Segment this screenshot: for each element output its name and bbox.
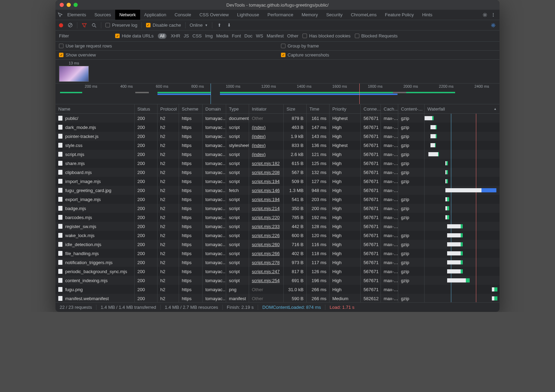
initiator-link[interactable]: script.mjs:208 xyxy=(252,170,280,175)
network-settings-icon[interactable] xyxy=(490,23,496,28)
table-row[interactable]: share.mjs200h2httpstomayac…scriptscript.… xyxy=(56,159,500,168)
column-header-scheme[interactable]: Scheme xyxy=(179,104,203,113)
table-row[interactable]: import_image.mjs200h2httpstomayac…script… xyxy=(56,177,500,186)
table-row[interactable]: file_handling.mjs200h2httpstomayac…scrip… xyxy=(56,249,500,258)
capture-screenshots-checkbox[interactable]: Capture screenshots xyxy=(281,52,329,58)
initiator-link[interactable]: script.mjs:266 xyxy=(252,251,280,256)
column-header-protocol[interactable]: Protocol xyxy=(157,104,179,113)
record-button[interactable] xyxy=(59,23,63,27)
tab-security[interactable]: Security xyxy=(322,10,347,20)
table-row[interactable]: fugu.png200h2httpstomayac…pngOther31.0 k… xyxy=(56,285,500,294)
table-row[interactable]: public/200h2httpstomayac…documentOther87… xyxy=(56,114,500,123)
initiator-link[interactable]: (index) xyxy=(252,143,266,148)
table-row[interactable]: content_indexing.mjs200h2httpstomayac…sc… xyxy=(56,276,500,285)
column-header-conne-[interactable]: Conne… xyxy=(361,104,381,113)
column-header-priority[interactable]: Priority xyxy=(330,104,361,113)
filter-type-font[interactable]: Font xyxy=(232,33,241,38)
group-by-frame-checkbox[interactable]: Group by frame xyxy=(281,43,319,49)
table-row[interactable]: barcodes.mjs200h2httpstomayac…scriptscri… xyxy=(56,213,500,222)
initiator-link[interactable]: script.mjs:194 xyxy=(252,179,280,184)
tab-application[interactable]: Application xyxy=(140,10,171,20)
timeline-overview[interactable]: 200 ms400 ms600 ms800 ms1000 ms1200 ms14… xyxy=(56,84,500,104)
initiator-link[interactable]: script.mjs:182 xyxy=(252,161,280,166)
table-row[interactable]: wake_lock.mjs200h2httpstomayac…scriptscr… xyxy=(56,231,500,240)
initiator-link[interactable]: (index) xyxy=(252,134,266,139)
table-row[interactable]: manifest.webmanifest200h2httpstomayac…ma… xyxy=(56,294,500,302)
throttling-select[interactable]: Online ▼ xyxy=(190,23,208,28)
tab-memory[interactable]: Memory xyxy=(297,10,322,20)
filter-input[interactable]: Filter xyxy=(59,33,111,38)
use-large-rows-checkbox[interactable]: Use large request rows xyxy=(59,43,112,49)
filter-type-other[interactable]: Other xyxy=(287,33,299,38)
more-icon[interactable] xyxy=(489,11,497,19)
table-row[interactable]: clipboard.mjs200h2httpstomayac…scriptscr… xyxy=(56,168,500,177)
clear-icon[interactable] xyxy=(67,23,73,28)
filter-type-css[interactable]: CSS xyxy=(193,33,202,38)
show-overview-checkbox[interactable]: Show overview xyxy=(59,52,96,58)
disable-cache-checkbox[interactable]: Disable cache xyxy=(146,23,181,28)
filter-icon[interactable] xyxy=(82,23,87,28)
column-header-time[interactable]: Time xyxy=(307,104,330,113)
column-header-status[interactable]: Status xyxy=(135,104,157,113)
screenshot-thumbnail[interactable] xyxy=(59,66,89,82)
table-row[interactable]: idle_detection.mjs200h2httpstomayac…scri… xyxy=(56,240,500,249)
initiator-link[interactable]: script.mjs:260 xyxy=(252,242,280,247)
filter-type-manifest[interactable]: Manifest xyxy=(267,33,284,38)
tab-hints[interactable]: Hints xyxy=(418,10,437,20)
column-header-initiator[interactable]: Initiator xyxy=(249,104,284,113)
initiator-link[interactable]: script.mjs:226 xyxy=(252,233,280,238)
table-row[interactable]: fugu_greeting_card.jpg200h2httpstomayac…… xyxy=(56,186,500,195)
tab-console[interactable]: Console xyxy=(170,10,195,20)
upload-har-icon[interactable]: ⬆ xyxy=(216,23,222,28)
column-header-cach-[interactable]: Cach… xyxy=(381,104,398,113)
column-header-content-[interactable]: Content-… xyxy=(398,104,425,113)
column-header-domain[interactable]: Domain xyxy=(203,104,226,113)
initiator-link[interactable]: script.mjs:233 xyxy=(252,224,280,229)
tab-feature-policy[interactable]: Feature Policy xyxy=(381,10,418,20)
tab-lighthouse[interactable]: Lighthouse xyxy=(233,10,263,20)
initiator-link[interactable]: (index) xyxy=(252,125,266,130)
table-body[interactable]: public/200h2httpstomayac…documentOther87… xyxy=(56,114,500,302)
filter-type-xhr[interactable]: XHR xyxy=(171,33,180,38)
initiator-link[interactable]: script.mjs:194 xyxy=(252,197,280,202)
filter-type-doc[interactable]: Doc xyxy=(245,33,253,38)
column-header-waterfall[interactable]: Waterfall▲ xyxy=(425,104,500,113)
settings-icon[interactable] xyxy=(481,11,489,19)
initiator-link[interactable]: (index) xyxy=(252,152,266,157)
filter-type-js[interactable]: JS xyxy=(184,33,189,38)
blocked-requests-checkbox[interactable]: Blocked Requests xyxy=(355,33,398,38)
table-row[interactable]: notification_triggers.mjs200h2httpstomay… xyxy=(56,258,500,267)
table-row[interactable]: style.css200h2httpstomayac…stylesheet(in… xyxy=(56,141,500,150)
tab-network[interactable]: Network xyxy=(115,10,140,20)
has-blocked-cookies-checkbox[interactable]: Has blocked cookies xyxy=(302,33,350,38)
tab-chromelens[interactable]: ChromeLens xyxy=(347,10,381,20)
search-icon[interactable] xyxy=(91,23,97,28)
filter-type-media[interactable]: Media xyxy=(216,33,228,38)
filter-all-pill[interactable]: All xyxy=(158,33,166,39)
initiator-link[interactable]: script.mjs:146 xyxy=(252,188,280,193)
table-row[interactable]: pointer-tracker.js200h2httpstomayac…scri… xyxy=(56,132,500,141)
tab-elements[interactable]: Elements xyxy=(63,10,90,20)
table-row[interactable]: export_image.mjs200h2httpstomayac…script… xyxy=(56,195,500,204)
tab-sources[interactable]: Sources xyxy=(90,10,115,20)
tab-performance[interactable]: Performance xyxy=(263,10,297,20)
column-header-type[interactable]: Type xyxy=(226,104,249,113)
table-row[interactable]: periodic_background_sync.mjs200h2httpsto… xyxy=(56,267,500,276)
initiator-link[interactable]: script.mjs:278 xyxy=(252,260,280,265)
initiator-link[interactable]: script.mjs:254 xyxy=(252,278,280,283)
preserve-log-checkbox[interactable]: Preserve log xyxy=(105,23,137,28)
column-header-size[interactable]: Size xyxy=(284,104,307,113)
table-row[interactable]: script.mjs200h2httpstomayac…script(index… xyxy=(56,150,500,159)
initiator-link[interactable]: script.mjs:220 xyxy=(252,215,280,220)
download-har-icon[interactable]: ⬇ xyxy=(226,23,232,28)
table-row[interactable]: register_sw.mjs200h2httpstomayac…scripts… xyxy=(56,222,500,231)
hide-data-urls-checkbox[interactable]: Hide data URLs xyxy=(115,33,154,38)
filter-type-ws[interactable]: WS xyxy=(256,33,263,38)
inspect-icon[interactable] xyxy=(58,12,63,18)
initiator-link[interactable]: script.mjs:247 xyxy=(252,269,280,274)
table-row[interactable]: badge.mjs200h2httpstomayac…scriptscript.… xyxy=(56,204,500,213)
filter-type-img[interactable]: Img xyxy=(205,33,213,38)
column-header-name[interactable]: Name xyxy=(56,104,135,113)
table-row[interactable]: dark_mode.mjs200h2httpstomayac…script(in… xyxy=(56,123,500,132)
initiator-link[interactable]: script.mjs:214 xyxy=(252,206,280,211)
